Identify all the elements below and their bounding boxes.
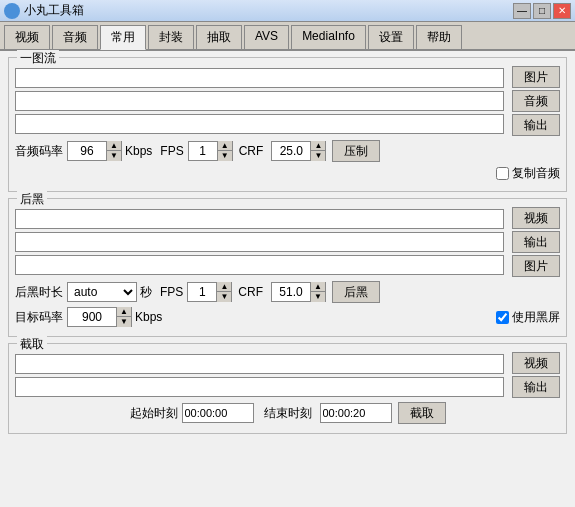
houhei-pic-button[interactable]: 图片 [512, 255, 560, 277]
houhei-crf-input[interactable] [272, 283, 310, 301]
output-button[interactable]: 输出 [512, 114, 560, 136]
audio-input-row [15, 91, 504, 111]
houhei-pic-input[interactable] [15, 255, 504, 275]
jiecao-video-input[interactable] [15, 354, 504, 374]
houhei-video-input[interactable] [15, 209, 504, 229]
houhei-video-button[interactable]: 视频 [512, 207, 560, 229]
close-button[interactable]: ✕ [553, 3, 571, 19]
fps-up[interactable]: ▲ [218, 141, 232, 151]
houhei-bitrate-row: 目标码率 ▲ ▼ Kbps 使用黑屏 [15, 307, 560, 327]
audio-bitrate-up[interactable]: ▲ [107, 141, 121, 151]
jiecao-output-button[interactable]: 输出 [512, 376, 560, 398]
end-time-label: 结束时刻 [264, 405, 312, 422]
pic-row: 图片 音频 输出 [15, 66, 560, 136]
minimize-button[interactable]: — [513, 3, 531, 19]
houhei-crf-spinner: ▲ ▼ [271, 282, 326, 302]
houhei-duration-label: 后黑时长 [15, 284, 63, 301]
houhei-black-button[interactable]: 后黑 [332, 281, 380, 303]
houhei-bitrate-spinner-btns: ▲ ▼ [116, 307, 131, 327]
tab-mux[interactable]: 封装 [148, 25, 194, 49]
crf-spinner-btns: ▲ ▼ [310, 141, 325, 161]
houhei-right-btns: 视频 输出 图片 [508, 207, 560, 277]
window-title: 小丸工具箱 [24, 2, 513, 19]
audio-button[interactable]: 音频 [512, 90, 560, 112]
crf-input[interactable] [272, 142, 310, 160]
end-time-input[interactable] [320, 403, 392, 423]
use-black-screen-checkbox[interactable] [496, 311, 509, 324]
houhei-output-button[interactable]: 输出 [512, 231, 560, 253]
pic-button[interactable]: 图片 [512, 66, 560, 88]
audio-bitrate-spinner: ▲ ▼ [67, 141, 122, 161]
houhei-fps-label: FPS [160, 285, 183, 299]
fps-spinner-btns: ▲ ▼ [217, 141, 232, 161]
houhei-section: 后黑 视频 输出 图片 [8, 198, 567, 337]
audio-bitrate-input[interactable] [68, 142, 106, 160]
houhei-controls-row: 后黑时长 auto 秒 FPS ▲ ▼ CRF ▲ [15, 281, 560, 303]
start-time-input[interactable] [182, 403, 254, 423]
jiecao-cut-button[interactable]: 截取 [398, 402, 446, 424]
fps-spinner: ▲ ▼ [188, 141, 233, 161]
jiecao-time-row: 起始时刻 结束时刻 截取 [15, 402, 560, 424]
houhei-fps-down[interactable]: ▼ [217, 292, 231, 302]
houhei-bitrate-down[interactable]: ▼ [117, 317, 131, 327]
houhei-video-row [15, 209, 504, 229]
crf-down[interactable]: ▼ [311, 151, 325, 161]
houhei-output-input[interactable] [15, 232, 504, 252]
houhei-bitrate-up[interactable]: ▲ [117, 307, 131, 317]
tab-avs[interactable]: AVS [244, 25, 289, 49]
jiecao-output-input[interactable] [15, 377, 504, 397]
compress-button[interactable]: 压制 [332, 140, 380, 162]
houhei-duration-select[interactable]: auto [67, 282, 137, 302]
tab-settings[interactable]: 设置 [368, 25, 414, 49]
houhei-crf-spinner-btns: ▲ ▼ [310, 282, 325, 302]
houhei-bitrate-input[interactable] [68, 308, 116, 326]
audio-bitrate-down[interactable]: ▼ [107, 151, 121, 161]
copy-audio-checkbox[interactable] [496, 167, 509, 180]
copy-audio-label: 复制音频 [512, 165, 560, 182]
audio-input[interactable] [15, 91, 504, 111]
controls-row: 音频码率 ▲ ▼ Kbps FPS ▲ ▼ CRF [15, 140, 560, 162]
houhei-fps-spinner: ▲ ▼ [187, 282, 232, 302]
houhei-kbps-label: Kbps [135, 310, 162, 324]
houhei-pic-row [15, 255, 504, 275]
tab-help[interactable]: 帮助 [416, 25, 462, 49]
kbps-label: Kbps [125, 144, 152, 158]
tab-common[interactable]: 常用 [100, 25, 146, 50]
jiecao-right-btns: 视频 输出 [508, 352, 560, 398]
maximize-button[interactable]: □ [533, 3, 551, 19]
main-content: 一图流 图片 [0, 51, 575, 446]
tab-video[interactable]: 视频 [4, 25, 50, 49]
fps-input[interactable] [189, 142, 217, 160]
output-input-row [15, 114, 504, 134]
houhei-crf-down[interactable]: ▼ [311, 292, 325, 302]
houhei-crf-up[interactable]: ▲ [311, 282, 325, 292]
houhei-fps-up[interactable]: ▲ [217, 282, 231, 292]
fps-down[interactable]: ▼ [218, 151, 232, 161]
houhei-inputs-row: 视频 输出 图片 [15, 207, 560, 277]
houhei-title: 后黑 [17, 191, 47, 208]
yituliou-title: 一图流 [17, 50, 59, 67]
pic-input-row [15, 68, 504, 88]
fps-label: FPS [160, 144, 183, 158]
houhei-crf-label: CRF [238, 285, 263, 299]
yituliou-section: 一图流 图片 [8, 57, 567, 192]
tab-mediainfo[interactable]: MediaInfo [291, 25, 366, 49]
output-input[interactable] [15, 114, 504, 134]
tab-audio[interactable]: 音频 [52, 25, 98, 49]
houhei-sec-label: 秒 [140, 284, 152, 301]
houhei-bitrate-label: 目标码率 [15, 309, 63, 326]
tab-extract[interactable]: 抽取 [196, 25, 242, 49]
houhei-fps-input[interactable] [188, 283, 216, 301]
houhei-fps-spinner-btns: ▲ ▼ [216, 282, 231, 302]
pic-input[interactable] [15, 68, 504, 88]
app-icon [4, 3, 20, 19]
houhei-bitrate-spinner: ▲ ▼ [67, 307, 132, 327]
crf-spinner: ▲ ▼ [271, 141, 326, 161]
jiecao-section: 截取 视频 输出 起始时刻 结 [8, 343, 567, 434]
yituliou-right-btns: 图片 音频 输出 [508, 66, 560, 136]
crf-up[interactable]: ▲ [311, 141, 325, 151]
window-controls: — □ ✕ [513, 3, 571, 19]
jiecao-inputs [15, 354, 504, 397]
jiecao-output-row [15, 377, 504, 397]
jiecao-video-button[interactable]: 视频 [512, 352, 560, 374]
